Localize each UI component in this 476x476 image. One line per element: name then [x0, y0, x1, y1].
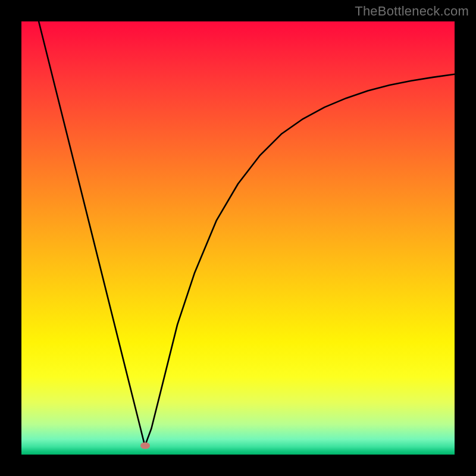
bottleneck-curve — [39, 21, 455, 446]
curve-layer — [21, 21, 455, 455]
watermark-text: TheBottleneck.com — [355, 4, 469, 19]
min-marker — [140, 443, 150, 449]
chart-frame: TheBottleneck.com — [0, 0, 476, 476]
plot-area — [21, 21, 455, 455]
